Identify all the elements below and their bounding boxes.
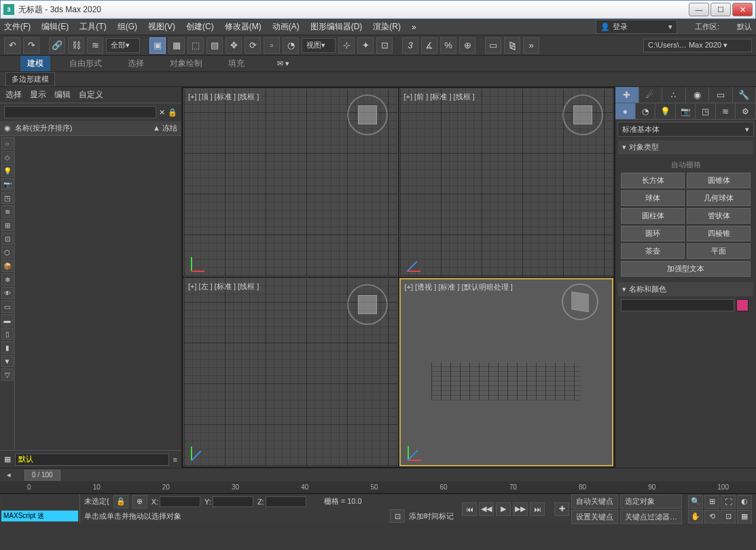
time-ruler[interactable]: 0 10 20 30 40 50 60 70 80 90 100 xyxy=(0,481,756,494)
filter-d-icon[interactable]: ▮ xyxy=(1,341,14,354)
autokey-button[interactable]: 自动关键点 xyxy=(571,494,618,509)
setkey-button[interactable]: 设置关键点 xyxy=(571,510,618,524)
filter-c-icon[interactable]: ▯ xyxy=(1,328,14,340)
cp-sub-cameras[interactable]: 📷 xyxy=(676,103,696,119)
object-name-input[interactable] xyxy=(621,299,734,311)
menu-file[interactable]: 文件(F) xyxy=(4,21,31,33)
btn-pyramid[interactable]: 四棱锥 xyxy=(687,226,751,241)
mirror-button[interactable]: ⧎ xyxy=(504,37,520,54)
cp-sub-shapes[interactable]: ◔ xyxy=(636,103,656,119)
bind-button[interactable]: ≋ xyxy=(87,37,103,54)
viewcube-front[interactable] xyxy=(562,94,603,135)
clear-icon[interactable]: ✕ xyxy=(159,108,165,117)
abs-rel-icon[interactable]: ⊕ xyxy=(132,495,147,509)
vp-label-top[interactable]: [+] [顶 ] [标准 ] [线框 ] xyxy=(188,92,259,102)
close-button[interactable]: ✕ xyxy=(732,3,753,16)
menu-group[interactable]: 组(G) xyxy=(118,21,137,33)
cp-category-dropdown[interactable]: 标准基本体▾ xyxy=(617,122,754,137)
minimize-button[interactable]: — xyxy=(689,3,709,16)
viewport-perspective[interactable]: [+] [透视 ] [标准 ] [默认明暗处理 ] xyxy=(399,278,614,466)
cp-tab-motion[interactable]: ◉ xyxy=(686,87,710,103)
selected-button[interactable]: 选定对象 xyxy=(620,494,682,509)
menu-tools[interactable]: 工具(T) xyxy=(79,21,106,33)
btn-tube[interactable]: 管状体 xyxy=(687,208,751,224)
menu-more-icon[interactable]: » xyxy=(412,22,416,32)
goto-start-button[interactable]: ⏮ xyxy=(462,502,477,516)
viewport-left[interactable]: [+] [左 ] [标准 ] [线框 ] xyxy=(183,278,398,466)
nav-fov-icon[interactable]: ◐ xyxy=(737,495,752,509)
viewcube-top[interactable] xyxy=(347,94,388,135)
select-button[interactable]: ▣ xyxy=(149,37,166,54)
cp-sub-space[interactable]: ≋ xyxy=(716,103,736,119)
filter-camera-icon[interactable]: 📷 xyxy=(1,178,14,190)
nav-zoom-icon[interactable]: 🔍 xyxy=(688,495,703,509)
poly-modeling-button[interactable]: 多边形建模 xyxy=(5,72,55,86)
menu-render[interactable]: 渲染(R) xyxy=(373,21,401,33)
btn-teapot[interactable]: 茶壶 xyxy=(621,243,685,259)
menu-edit[interactable]: 编辑(E) xyxy=(41,21,69,33)
isolate-icon[interactable]: ⊡ xyxy=(390,509,405,523)
cp-sub-geometry[interactable]: ● xyxy=(615,103,636,119)
viewport-front[interactable]: [+] [前 ] [标准 ] [线框 ] xyxy=(399,88,614,277)
unlink-button[interactable]: ⛓ xyxy=(68,37,84,54)
filter-space-icon[interactable]: ≋ xyxy=(1,205,14,218)
more-icon[interactable]: » xyxy=(523,37,539,54)
filter-group-icon[interactable]: ⊞ xyxy=(1,219,14,231)
nav-zoomall-icon[interactable]: ⊞ xyxy=(704,495,719,509)
btn-torus[interactable]: 圆环 xyxy=(621,226,685,241)
btn-sphere[interactable]: 球体 xyxy=(621,190,685,206)
se-column-header[interactable]: ◉ 名称(按升序排序) ▲ 冻结 xyxy=(0,121,181,136)
snaptoggle-button[interactable]: 3 xyxy=(402,37,418,54)
filter-geom-icon[interactable]: ○ xyxy=(1,137,14,150)
cp-tab-hierarchy[interactable]: ⛬ xyxy=(662,87,686,103)
timeline[interactable]: ◂ 0 / 100 xyxy=(0,468,756,481)
layer-icon[interactable]: ▦ xyxy=(4,455,11,464)
key-mode-icon[interactable]: ✚ xyxy=(554,502,569,516)
project-path[interactable]: C:\Users\… Max 2020 ▾ xyxy=(643,39,752,52)
nav-walk-icon[interactable]: ▦ xyxy=(737,510,752,523)
refcoord-dropdown[interactable]: 视图 ▾ xyxy=(302,38,336,53)
filter-e-icon[interactable]: ▼ xyxy=(1,355,14,367)
maximize-button[interactable]: ☐ xyxy=(710,3,731,16)
btn-cylinder[interactable]: 圆柱体 xyxy=(621,208,685,224)
placement-button[interactable]: ◔ xyxy=(283,37,299,54)
filter-f-icon[interactable]: ▽ xyxy=(1,368,14,381)
menu-graph[interactable]: 图形编辑器(D) xyxy=(310,21,363,33)
se-tab-select[interactable]: 选择 xyxy=(5,89,22,101)
autogrid-checkbox[interactable]: 自动栅格 xyxy=(621,157,751,173)
login-dropdown[interactable]: 👤 登录 ▾ xyxy=(596,20,677,34)
ribbon-tab-paint[interactable]: 对象绘制 xyxy=(163,56,209,71)
filter-light-icon[interactable]: 💡 xyxy=(1,165,14,177)
ribbon-tab-populate[interactable]: 填充 xyxy=(221,56,251,71)
viewcube-left[interactable] xyxy=(347,284,388,325)
filter-hidden-icon[interactable]: 👁 xyxy=(1,287,14,299)
rollout-objtype-header[interactable]: 对象类型 xyxy=(618,140,753,154)
btn-plane[interactable]: 平面 xyxy=(687,243,751,259)
se-search-input[interactable] xyxy=(4,106,156,118)
percent-snap-button[interactable]: % xyxy=(440,37,456,54)
btn-geosphere[interactable]: 几何球体 xyxy=(687,190,751,206)
btn-box[interactable]: 长方体 xyxy=(621,173,685,188)
selection-filter[interactable]: 全部 ▾ xyxy=(106,38,140,53)
nav-orbit-icon[interactable]: ⟲ xyxy=(704,510,719,523)
menu-animation[interactable]: 动画(A) xyxy=(272,21,300,33)
nav-maxtoggle-icon[interactable]: ⊡ xyxy=(721,510,736,523)
se-tab-edit[interactable]: 编辑 xyxy=(54,89,71,101)
color-swatch[interactable] xyxy=(736,299,749,311)
cp-tab-utilities[interactable]: 🔧 xyxy=(733,87,757,103)
named-sel-button[interactable]: ▭ xyxy=(485,37,501,54)
scene-list[interactable] xyxy=(15,136,181,450)
nav-zoomext-icon[interactable]: ⛶ xyxy=(721,495,736,509)
pivot-button[interactable]: ⊹ xyxy=(338,37,355,54)
ribbon-tab-modeling[interactable]: 建模 xyxy=(20,56,50,71)
maxscript-listener[interactable]: MAXScript 迷 xyxy=(1,511,78,521)
link-button[interactable]: 🔗 xyxy=(49,37,65,54)
rotate-button[interactable]: ⟳ xyxy=(245,37,261,54)
viewcube-persp[interactable] xyxy=(562,283,598,320)
btn-textplus[interactable]: 加强型文本 xyxy=(621,261,751,277)
se-tab-display[interactable]: 显示 xyxy=(30,89,46,101)
rollout-name-header[interactable]: 名称和颜色 xyxy=(618,282,753,296)
filter-b-icon[interactable]: ▬ xyxy=(1,314,14,326)
btn-cone[interactable]: 圆锥体 xyxy=(687,173,751,188)
coord-y-input[interactable] xyxy=(213,496,253,507)
